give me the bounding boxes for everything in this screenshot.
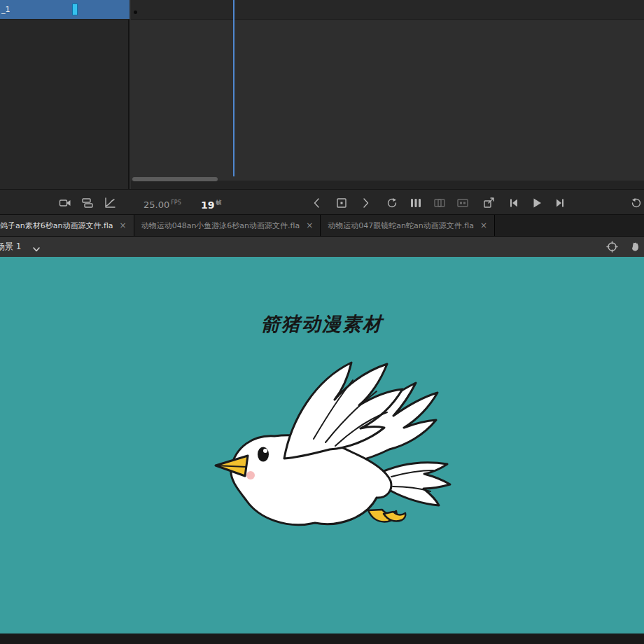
tab-document-3[interactable]: 动物运动047眼镜蛇an蛇an动画源文件.fla ×	[321, 215, 495, 236]
timeline-panel: _1	[0, 0, 644, 189]
dove-artwork[interactable]	[210, 354, 455, 541]
timeline-ruler[interactable]	[131, 0, 644, 20]
edit-bar: 场景 1	[0, 237, 644, 257]
timeline-layers-panel: _1	[0, 0, 130, 189]
share-frame-icon[interactable]	[483, 197, 496, 209]
chevron-down-icon[interactable]	[32, 243, 41, 251]
camera-icon[interactable]	[59, 197, 71, 209]
tab-label: 鸽子an素材6秒an动画源文件.fla	[0, 220, 113, 231]
document-tab-bar: 鸽子an素材6秒an动画源文件.fla × 动物运动048an小鱼游泳6秒an动…	[0, 215, 644, 237]
center-frame-icon[interactable]	[335, 197, 348, 209]
layer-row-selected[interactable]: _1	[0, 0, 130, 20]
timeline-scroll-track	[131, 181, 644, 189]
tab-label: 动物运动047眼镜蛇an蛇an动画源文件.fla	[328, 220, 474, 231]
next-keyframe-icon[interactable]	[359, 197, 372, 209]
frame-rate-display[interactable]: 25.00FPS	[144, 190, 181, 216]
timeline-control-bar: 25.00FPS 19帧	[0, 189, 644, 215]
edit-symbol-icon[interactable]	[629, 241, 641, 253]
frame-value: 19	[201, 200, 214, 211]
fps-unit: FPS	[171, 200, 181, 206]
onion-skin-icon[interactable]	[410, 197, 422, 209]
timeline-frames-area[interactable]	[131, 0, 644, 189]
graph-icon[interactable]	[104, 197, 116, 209]
layer-depth-icon[interactable]	[81, 197, 94, 209]
loop-playback-icon[interactable]	[386, 197, 398, 209]
stage-watermark-title[interactable]: 箭猪动漫素材	[0, 312, 644, 337]
tab-close-icon[interactable]: ×	[120, 220, 127, 230]
stage-canvas[interactable]: 箭猪动漫素材	[0, 257, 644, 634]
current-frame-display[interactable]: 19帧	[201, 190, 221, 216]
rewind-icon[interactable]	[630, 197, 643, 209]
layer-name-label: _1	[1, 5, 10, 14]
keyframe-dot-icon	[134, 10, 137, 14]
timeline-horizontal-scrollbar[interactable]	[132, 177, 218, 181]
tab-close-icon[interactable]: ×	[306, 220, 313, 230]
selected-frame-marker[interactable]	[72, 4, 78, 15]
fps-value: 25.00	[144, 200, 169, 210]
onion-outline-icon[interactable]	[433, 197, 446, 209]
tab-document-2[interactable]: 动物运动048an小鱼游泳6秒an动画源文件.fla ×	[134, 215, 321, 236]
edit-multiple-frames-icon[interactable]	[456, 197, 469, 209]
frame-unit: 帧	[216, 200, 221, 206]
tab-close-icon[interactable]: ×	[480, 220, 487, 230]
dove-illustration	[210, 354, 455, 541]
prev-keyframe-icon[interactable]	[311, 197, 323, 209]
scene-name-label[interactable]: 场景 1	[0, 241, 21, 253]
animate-window: _1 25.00FPS 19帧	[0, 0, 644, 644]
step-forward-icon[interactable]	[554, 197, 566, 209]
tab-label: 动物运动048an小鱼游泳6秒an动画源文件.fla	[141, 220, 300, 231]
step-back-icon[interactable]	[507, 197, 520, 209]
edit-scene-icon[interactable]	[606, 241, 618, 253]
playhead[interactable]	[233, 0, 234, 176]
tab-document-1[interactable]: 鸽子an素材6秒an动画源文件.fla ×	[0, 215, 134, 236]
play-icon[interactable]	[531, 197, 543, 209]
bottom-panel-edge	[0, 634, 644, 644]
